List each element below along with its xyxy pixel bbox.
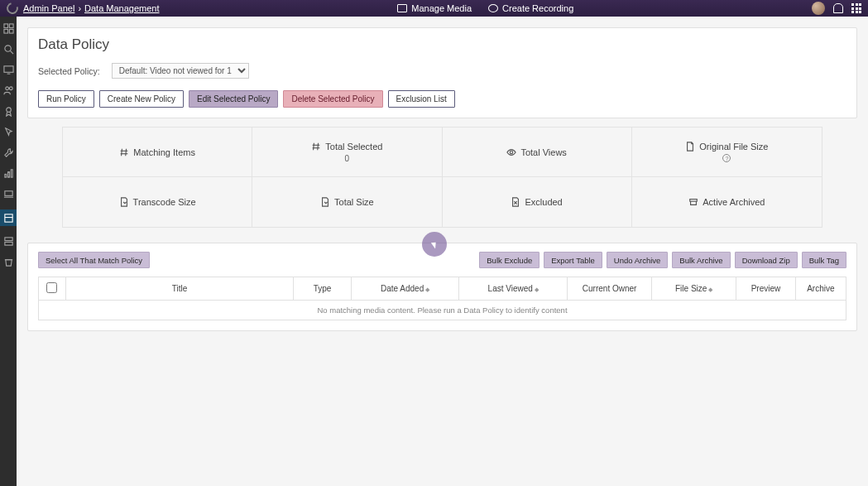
- nav-search-icon[interactable]: [3, 44, 14, 55]
- svg-line-25: [314, 142, 314, 150]
- stat-excluded: Excluded: [443, 177, 632, 227]
- stat-total-selected: Total Selected 0: [252, 128, 442, 177]
- app-logo-icon: [4, 0, 20, 16]
- stat-total-size: Total Size: [252, 177, 442, 227]
- svg-rect-12: [7, 172, 9, 178]
- media-table: Title Type Date Added Last Viewed Curren…: [38, 277, 846, 320]
- svg-line-21: [122, 148, 122, 156]
- bulk-tag-button[interactable]: Bulk Tag: [802, 252, 846, 268]
- col-checkbox: [39, 277, 66, 301]
- select-all-button[interactable]: Select All That Match Policy: [38, 252, 150, 268]
- exclusion-list-button[interactable]: Exclusion List: [388, 90, 455, 108]
- nav-dashboard-icon[interactable]: [3, 23, 14, 34]
- svg-point-9: [9, 87, 12, 90]
- policy-select[interactable]: Default: Video not viewed for 1 year: [112, 63, 249, 79]
- svg-rect-6: [3, 66, 12, 72]
- notifications-icon[interactable]: [833, 3, 843, 13]
- nav-trash-icon[interactable]: [3, 257, 14, 267]
- col-owner[interactable]: Current Owner: [568, 277, 652, 301]
- breadcrumb-data-management[interactable]: Data Management: [84, 3, 160, 13]
- nav-users-icon[interactable]: [3, 85, 14, 96]
- col-title[interactable]: Title: [65, 277, 294, 301]
- cursor-indicator: [422, 232, 447, 257]
- col-archive[interactable]: Archive: [795, 277, 846, 301]
- stat-total-selected-value: 0: [345, 154, 350, 163]
- policy-panel: Data Policy Selected Policy: Default: Vi…: [27, 27, 857, 118]
- run-policy-button[interactable]: Run Policy: [38, 90, 94, 108]
- undo-archive-button[interactable]: Undo Archive: [607, 252, 669, 268]
- svg-point-10: [6, 108, 11, 113]
- svg-rect-18: [4, 238, 12, 241]
- export-table-button[interactable]: Export Table: [544, 252, 602, 268]
- nav-laptop-icon[interactable]: [3, 189, 14, 200]
- manage-media-link[interactable]: Manage Media: [397, 3, 472, 13]
- archive-icon: [688, 197, 698, 207]
- breadcrumb-sep: ›: [78, 3, 81, 13]
- bulk-archive-button[interactable]: Bulk Archive: [672, 252, 730, 268]
- svg-rect-16: [4, 214, 12, 221]
- svg-line-26: [318, 142, 319, 150]
- breadcrumb-admin[interactable]: Admin Panel: [23, 3, 74, 13]
- create-recording-link[interactable]: Create Recording: [488, 3, 573, 13]
- stat-original-size: Original File Size ?: [632, 128, 822, 177]
- file-x-icon: [511, 197, 520, 207]
- svg-rect-32: [690, 200, 698, 202]
- nav-cursor-icon[interactable]: [3, 127, 14, 137]
- stat-active-archived: Active Archived: [632, 177, 822, 227]
- help-icon[interactable]: ?: [722, 154, 731, 162]
- col-type[interactable]: Type: [294, 277, 351, 301]
- hash-icon: [119, 147, 129, 157]
- create-policy-button[interactable]: Create New Policy: [99, 90, 184, 108]
- eye-icon: [506, 147, 516, 157]
- col-date-added[interactable]: Date Added: [351, 277, 459, 301]
- stat-total-views: Total Views: [443, 128, 632, 177]
- svg-rect-1: [9, 24, 13, 28]
- svg-rect-14: [4, 191, 12, 196]
- bulk-exclude-button[interactable]: Bulk Exclude: [479, 252, 540, 268]
- hash-icon: [311, 142, 321, 152]
- svg-rect-13: [11, 170, 12, 177]
- nav-monitor-icon[interactable]: [3, 65, 14, 75]
- nav-wrench-icon[interactable]: [3, 147, 14, 158]
- nav-server-icon[interactable]: [3, 236, 14, 247]
- stat-transcode-size: Transcode Size: [63, 177, 252, 227]
- svg-rect-3: [9, 29, 13, 33]
- file-arrow-icon: [320, 197, 330, 207]
- apps-grid-icon[interactable]: [851, 3, 861, 13]
- file-icon: [685, 142, 695, 152]
- table-panel: Select All That Match Policy Bulk Exclud…: [27, 243, 857, 331]
- edit-policy-button[interactable]: Edit Selected Policy: [189, 90, 278, 108]
- select-all-checkbox[interactable]: [46, 282, 57, 293]
- file-arrow-icon: [119, 197, 129, 207]
- breadcrumb: Admin Panel › Data Management: [23, 3, 160, 13]
- col-last-viewed[interactable]: Last Viewed: [459, 277, 568, 301]
- manage-media-label: Manage Media: [411, 3, 472, 13]
- svg-rect-19: [4, 242, 12, 245]
- svg-point-29: [511, 151, 513, 153]
- col-file-size[interactable]: File Size: [652, 277, 736, 301]
- svg-rect-0: [3, 24, 7, 28]
- record-icon: [488, 4, 498, 12]
- stat-grid: Matching Items Total Selected 0 Total Vi…: [62, 127, 822, 228]
- delete-policy-button[interactable]: Delete Selected Policy: [283, 90, 382, 108]
- selected-policy-label: Selected Policy:: [38, 66, 100, 76]
- col-preview[interactable]: Preview: [736, 277, 795, 301]
- sidenav: [0, 17, 17, 486]
- media-icon: [397, 4, 407, 12]
- svg-line-5: [10, 51, 13, 54]
- page-title: Data Policy: [38, 36, 846, 53]
- nav-chart-icon[interactable]: [3, 168, 14, 179]
- nav-badge-icon[interactable]: [3, 106, 14, 117]
- svg-rect-11: [4, 174, 6, 177]
- download-zip-button[interactable]: Download Zip: [735, 252, 798, 268]
- svg-line-22: [126, 148, 127, 156]
- nav-data-icon[interactable]: [0, 209, 17, 226]
- user-avatar-icon[interactable]: [812, 2, 825, 15]
- create-recording-label: Create Recording: [502, 3, 573, 13]
- svg-point-4: [4, 46, 10, 51]
- svg-point-8: [5, 87, 8, 90]
- svg-rect-2: [3, 29, 7, 33]
- stat-matching: Matching Items: [63, 128, 252, 177]
- empty-message: No matching media content. Please run a …: [39, 301, 846, 320]
- topbar: Admin Panel › Data Management Manage Med…: [0, 0, 868, 17]
